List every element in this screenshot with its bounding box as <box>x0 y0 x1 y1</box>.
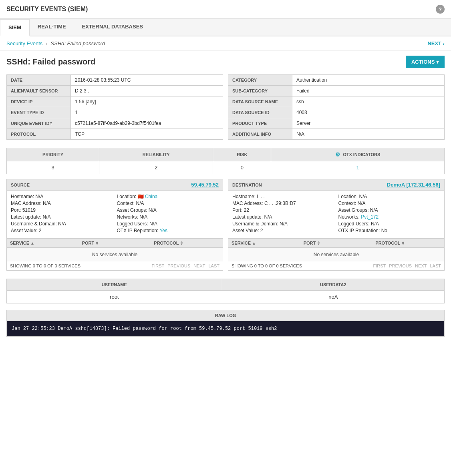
table-row: ALIENVAULT SENSOR D 2.3 . <box>7 86 223 96</box>
value-protocol: TCP <box>71 129 223 140</box>
help-icon[interactable]: ? <box>436 5 445 14</box>
destination-context: Context: N/A <box>338 201 441 206</box>
src-dst-section: SOURCE 59.45.79.52 Hostname: N/A Locatio… <box>0 174 451 275</box>
label-sensor: ALIENVAULT SENSOR <box>7 86 71 96</box>
label-unique-event-id: UNIQUE EVENT ID# <box>7 118 71 129</box>
raw-log-body: Jan 27 22:55:23 DemoA sshd[14873]: Faile… <box>6 321 445 337</box>
destination-showing: SHOWING 0 TO 0 OF 0 SERVICES <box>232 263 302 268</box>
source-first[interactable]: FIRST <box>152 263 165 268</box>
info-tables: DATE 2016-01-28 03:55:23 UTC ALIENVAULT … <box>0 71 451 143</box>
page-title: SSHd: Failed password <box>6 57 95 66</box>
table-row: DEVICE IP 1 56 [any] <box>7 96 223 107</box>
source-asset-value: Asset Value: 2 <box>11 228 113 233</box>
sort-icon[interactable]: ▲ <box>30 241 34 245</box>
label-category: CATEGORY <box>228 75 292 86</box>
otx-gear-icon: ⚙ <box>335 151 340 158</box>
tab-external-databases[interactable]: EXTERNAL DATABASES <box>74 19 151 36</box>
sort-icon[interactable]: ⇕ <box>401 241 405 245</box>
table-row: DATE 2016-01-28 03:55:23 UTC <box>7 75 223 86</box>
breadcrumb-next[interactable]: NEXT › <box>427 40 445 46</box>
username-row: root noA <box>7 291 445 303</box>
source-previous[interactable]: PREVIOUS <box>167 263 190 268</box>
destination-header: DESTINATION DemoA [172.31.46.56] <box>228 179 444 191</box>
value-date: 2016-01-28 03:55:23 UTC <box>71 75 223 86</box>
table-row: PRODUCT TYPE Server <box>228 118 445 129</box>
otx-link[interactable]: 1 <box>356 165 359 171</box>
destination-asset-groups: Asset Groups: N/A <box>338 207 441 213</box>
actions-button[interactable]: ACTIONS ▾ <box>406 56 445 68</box>
value-additional-info: N/A <box>292 129 445 140</box>
source-box: SOURCE 59.45.79.52 Hostname: N/A Locatio… <box>6 179 223 271</box>
value-data-source-name: ssh <box>292 96 445 107</box>
source-services-header: SERVICE ▲ PORT ⇕ PROTOCOL ⇕ <box>7 239 223 248</box>
destination-port: Port: 22 <box>232 207 334 213</box>
sort-icon[interactable]: ⇕ <box>95 241 99 245</box>
destination-latest-update: Latest update: N/A <box>232 214 334 220</box>
destination-last[interactable]: LAST <box>430 263 441 268</box>
source-username-domain: Username & Domain: N/A <box>11 221 113 227</box>
destination-service-col2: PORT ⇕ <box>300 239 372 247</box>
destination-services-section: SERVICE ▲ PORT ⇕ PROTOCOL ⇕ No services … <box>228 238 444 270</box>
destination-networks-value[interactable]: Pvt_172 <box>361 214 379 220</box>
raw-log-header: RAW LOG <box>6 310 445 321</box>
destination-ip[interactable]: DemoA [172.31.46.56] <box>387 182 440 188</box>
source-next[interactable]: NEXT <box>193 263 205 268</box>
source-hostname: Hostname: N/A <box>11 194 113 199</box>
username-section: USERNAME USERDATA2 root noA <box>0 275 451 307</box>
source-last[interactable]: LAST <box>208 263 219 268</box>
destination-body: Hostname: L . . Location: N/A MAC Addres… <box>228 191 444 237</box>
source-ip[interactable]: 59.45.79.52 <box>191 182 219 188</box>
risk-header: RISK <box>213 148 271 161</box>
tab-siem[interactable]: SIEM <box>0 19 30 36</box>
value-data-source-id: 4003 <box>292 107 445 118</box>
tabs-bar: SIEM REAL-TIME EXTERNAL DATABASES <box>0 19 451 36</box>
source-latest-update: Latest update: N/A <box>11 214 113 220</box>
source-service-col2: PORT ⇕ <box>79 239 151 247</box>
destination-pagination: FIRST PREVIOUS NEXT LAST <box>373 263 441 268</box>
label-data-source-id: DATA SOURCE ID <box>228 107 292 118</box>
label-protocol: PROTOCOL <box>7 129 71 140</box>
source-context: Context: N/A <box>117 201 219 206</box>
flag-cn-icon: 🇨🇳 <box>138 194 145 199</box>
right-info-table: CATEGORY Authentication SUB-CATEGORY Fai… <box>228 74 445 140</box>
destination-hostname: Hostname: L . . <box>232 194 334 199</box>
userdata2-value: noA <box>222 291 444 303</box>
sort-icon[interactable]: ▲ <box>252 241 256 245</box>
userdata2-col-header: USERDATA2 <box>222 279 444 291</box>
username-table: USERNAME USERDATA2 root noA <box>6 279 445 303</box>
source-networks: Networks: N/A <box>117 214 219 220</box>
sort-icon[interactable]: ⇕ <box>317 241 320 245</box>
sort-icon[interactable]: ⇕ <box>180 241 183 245</box>
breadcrumb-link[interactable]: Security Events <box>6 40 42 46</box>
breadcrumb-current: SSHd: Failed password <box>50 40 105 46</box>
destination-first[interactable]: FIRST <box>373 263 386 268</box>
page-title-section: SSHd: Failed password ACTIONS ▾ <box>0 51 451 71</box>
metrics-section: PRIORITY RELIABILITY RISK ⚙ OTX INDICATO… <box>0 143 451 174</box>
destination-asset-value: Asset Value: 2 <box>232 228 334 233</box>
table-row: DATA SOURCE ID 4003 <box>228 107 445 118</box>
destination-previous[interactable]: PREVIOUS <box>389 263 412 268</box>
raw-log-section: RAW LOG Jan 27 22:55:23 DemoA sshd[14873… <box>0 307 451 340</box>
source-pagination: FIRST PREVIOUS NEXT LAST <box>152 263 220 268</box>
source-otx-rep-value[interactable]: Yes <box>159 228 167 233</box>
metrics-table: PRIORITY RELIABILITY RISK ⚙ OTX INDICATO… <box>6 148 445 174</box>
risk-value: 0 <box>213 161 271 174</box>
destination-logged-users: Logged Users: N/A <box>338 221 441 227</box>
value-product-type: Server <box>292 118 445 129</box>
label-data-source-name: DATA SOURCE NAME <box>228 96 292 107</box>
username-value: root <box>7 291 222 303</box>
source-logged-users: Logged Users: N/A <box>117 221 219 227</box>
value-unique-event-id: c57211e5-87ff-0ad9-ab29-3bd7f5401fea <box>71 118 223 129</box>
source-location-value[interactable]: China <box>145 194 157 199</box>
destination-service-col1: SERVICE ▲ <box>228 239 300 247</box>
source-service-col3: PROTOCOL ⇕ <box>151 239 223 247</box>
reliability-header: RELIABILITY <box>99 148 213 161</box>
source-services-footer: SHOWING 0 TO 0 OF 0 SERVICES FIRST PREVI… <box>7 261 223 270</box>
destination-location: Location: N/A <box>338 194 441 199</box>
table-row: PROTOCOL TCP <box>7 129 223 140</box>
source-otx-rep: OTX IP Reputation: Yes <box>117 228 219 233</box>
value-sensor: D 2.3 . <box>71 86 223 96</box>
destination-next[interactable]: NEXT <box>415 263 427 268</box>
tab-real-time[interactable]: REAL-TIME <box>30 19 74 36</box>
breadcrumb-left: Security Events › SSHd: Failed password <box>6 40 105 46</box>
